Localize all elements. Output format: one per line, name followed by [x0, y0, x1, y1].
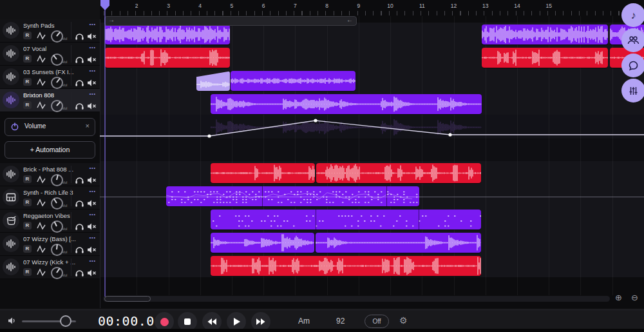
solo-headphones-icon[interactable]	[75, 101, 84, 113]
close-icon[interactable]: ×	[86, 122, 90, 130]
solo-headphones-icon[interactable]	[75, 55, 84, 66]
record-arm-button[interactable]: R	[23, 199, 32, 206]
transport-settings-gear-icon[interactable]: ⚙	[399, 315, 408, 326]
automation-toggle-icon[interactable]	[37, 77, 46, 89]
mixer-sliders-icon	[628, 86, 639, 96]
solo-headphones-icon[interactable]	[75, 268, 84, 280]
zoom-in-icon[interactable]: ⊕	[615, 293, 622, 302]
record-arm-button[interactable]: R	[23, 32, 32, 39]
mute-speaker-icon[interactable]	[87, 222, 97, 233]
track-menu-dots-icon[interactable]: •••	[90, 45, 96, 50]
solo-headphones-icon[interactable]	[75, 78, 84, 90]
mute-speaker-icon[interactable]	[87, 78, 97, 90]
track-type-icon	[3, 45, 19, 62]
record-arm-button[interactable]: R	[23, 101, 32, 109]
automation-toggle-icon[interactable]	[37, 31, 46, 43]
track-menu-dots-icon[interactable]: •••	[90, 259, 96, 263]
mute-speaker-icon[interactable]	[87, 101, 97, 113]
track-row-03-sunsets-fx-i[interactable]: 03 Sunsets (FX I... ••• R Vol	[0, 66, 100, 89]
automation-parameter-chip[interactable]: Volume ×	[5, 118, 95, 136]
automation-toggle-icon[interactable]	[37, 198, 46, 210]
master-volume-icon[interactable]	[8, 316, 18, 327]
record-arm-button[interactable]: R	[23, 175, 32, 183]
automation-toggle-icon[interactable]	[37, 244, 46, 256]
volume-knob-label: Vol	[62, 37, 67, 41]
track-name: Synth - Rich Life 3	[23, 189, 73, 196]
mute-speaker-icon[interactable]	[87, 32, 97, 43]
transport-bar: 00:00.0 Am 92 Off ⚙	[0, 309, 644, 329]
track-row-brixton-808[interactable]: Brixton 808 ••• R Vol	[0, 89, 100, 112]
mute-speaker-icon[interactable]	[87, 55, 97, 66]
track-menu-dots-icon[interactable]: •••	[90, 235, 96, 240]
add-automation-button[interactable]: + Automation	[5, 141, 95, 159]
volume-automation-curve[interactable]	[100, 0, 644, 303]
music-library-button[interactable]: ♪	[621, 3, 644, 27]
volume-knob-label: Vol	[62, 204, 67, 208]
track-menu-dots-icon[interactable]: •••	[90, 212, 96, 217]
mixer-button[interactable]	[621, 79, 644, 103]
track-menu-dots-icon[interactable]: •••	[90, 68, 96, 73]
track-row-07-vocal[interactable]: 07 Vocal ••• R Vol	[0, 43, 100, 66]
stop-square-icon	[184, 318, 191, 325]
solo-headphones-icon[interactable]	[75, 32, 84, 43]
automation-toggle-icon[interactable]	[37, 54, 46, 66]
zoom-out-icon[interactable]: ⊖	[631, 293, 638, 302]
solo-headphones-icon[interactable]	[75, 175, 84, 187]
track-menu-dots-icon[interactable]: •••	[90, 166, 96, 170]
solo-headphones-icon[interactable]	[75, 222, 84, 233]
automation-parameter-label: Volume	[24, 122, 46, 130]
divider	[71, 166, 71, 183]
automation-toggle-icon[interactable]	[37, 101, 46, 112]
solo-headphones-icon[interactable]	[75, 199, 84, 210]
record-arm-button[interactable]: R	[23, 55, 32, 63]
master-volume-thumb[interactable]	[60, 315, 71, 327]
track-menu-dots-icon[interactable]: •••	[90, 92, 96, 96]
people-icon	[627, 35, 639, 45]
track-type-icon	[3, 68, 19, 85]
solo-headphones-icon[interactable]	[75, 245, 84, 257]
track-row-reggaeton-vibes[interactable]: Reggaeton Vibes ••• R Vol	[0, 210, 100, 233]
track-menu-dots-icon[interactable]: •••	[90, 189, 96, 193]
track-row-07-wizzy-kick[interactable]: 07 Wizzy (Kick + ... ••• R Vol	[0, 256, 100, 279]
playhead-line	[104, 9, 106, 297]
automation-toggle-icon[interactable]	[37, 221, 46, 233]
automation-toggle-icon[interactable]	[37, 175, 46, 186]
track-type-icon	[3, 189, 19, 206]
track-menu-dots-icon[interactable]: •••	[90, 22, 96, 26]
volume-knob-label: Vol	[62, 273, 67, 277]
track-row-synth-pads[interactable]: Synth Pads ••• R Vol	[0, 19, 100, 43]
track-row-brick-phat-808[interactable]: Brick - Phat 808 ... ••• R Vol	[0, 163, 100, 186]
track-row-07-wizzy-bass[interactable]: 07 Wizzy (Bass) [... ••• R Vol	[0, 233, 100, 256]
timeline-area[interactable]: 23456789101112131415 → ← ⚙ ↺ ⊕ ⊖	[100, 0, 644, 308]
key-signature[interactable]: Am	[298, 317, 310, 326]
daw-app: 23456789101112131415 → ← ⚙ ↺ ⊕ ⊖	[0, 0, 644, 332]
record-arm-button[interactable]: R	[23, 78, 32, 86]
chat-bubble-icon	[628, 61, 639, 71]
collaborators-button[interactable]	[621, 28, 644, 52]
divider	[71, 212, 71, 229]
comments-button[interactable]	[621, 54, 644, 77]
record-arm-button[interactable]: R	[23, 222, 32, 229]
volume-knob-label: Vol	[62, 181, 67, 184]
loop-region-bar[interactable]: → ←	[104, 16, 357, 26]
record-arm-button[interactable]: R	[23, 268, 32, 276]
track-list-sidebar: Synth Pads ••• R Vol	[0, 19, 100, 308]
metronome-toggle[interactable]: Off	[365, 315, 389, 328]
track-row-synth-rich-life-3[interactable]: Synth - Rich Life 3 ••• R Vol	[0, 186, 100, 210]
loop-end-handle-icon[interactable]: ←	[346, 16, 353, 23]
mute-speaker-icon[interactable]	[87, 175, 97, 187]
loop-start-handle-icon[interactable]: →	[108, 16, 115, 23]
rewind-icon	[207, 318, 216, 325]
mute-speaker-icon[interactable]	[87, 268, 97, 280]
tempo-bpm[interactable]: 92	[336, 317, 345, 326]
mute-speaker-icon[interactable]	[87, 245, 97, 257]
mute-speaker-icon[interactable]	[87, 199, 97, 210]
play-icon	[233, 318, 240, 326]
divider	[71, 92, 71, 109]
automation-toggle-icon[interactable]	[37, 268, 46, 279]
divider	[71, 235, 71, 253]
record-arm-button[interactable]: R	[23, 245, 32, 253]
divider	[71, 45, 71, 63]
track-name: Reggaeton Vibes	[23, 212, 70, 219]
divider	[71, 259, 71, 276]
